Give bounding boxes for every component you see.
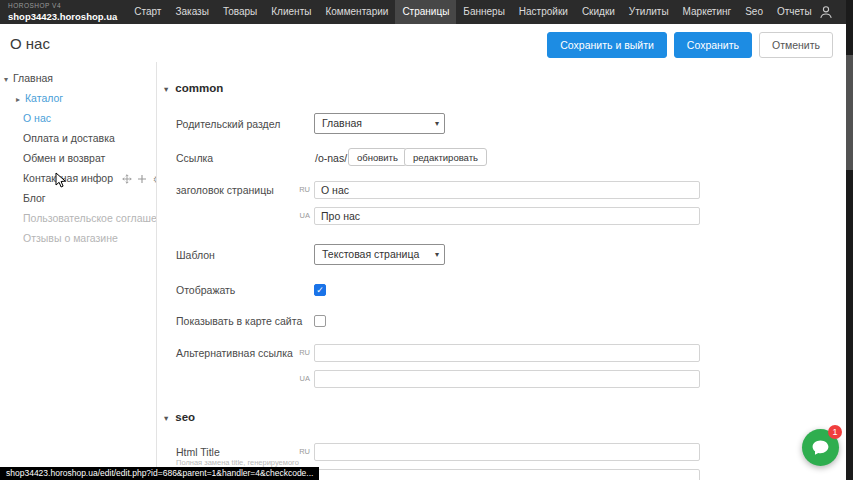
menu-item-marketing[interactable]: Маркетинг	[676, 0, 739, 24]
sidebar-item-label: О нас	[23, 112, 51, 124]
alt-link-ru-input[interactable]	[314, 344, 700, 362]
cancel-button[interactable]: Отменить	[759, 32, 833, 58]
parent-section-label: Родительский раздел	[176, 118, 280, 130]
move-icon[interactable]	[122, 174, 133, 185]
chevron-down-icon: ▾	[164, 84, 168, 94]
page-scrollbar-thumb[interactable]	[846, 55, 853, 170]
menu-item-pages[interactable]: Страницы	[395, 0, 456, 24]
sidebar-item-blog[interactable]: Блог	[0, 188, 156, 208]
sidebar-item-label: Обмен и возврат	[23, 152, 105, 164]
menu-item-settings[interactable]: Настройки	[512, 0, 575, 24]
alt-link-label: Альтернативная ссылка	[176, 347, 293, 359]
chat-widget-button[interactable]: 1	[802, 429, 839, 466]
chevron-down-icon: ▾	[164, 413, 168, 423]
lang-tag-ru: RU	[292, 447, 310, 456]
lang-tag-ua: UA	[292, 211, 310, 220]
link-value: /o-nas/	[315, 152, 347, 164]
menu-item-reports[interactable]: Отчеты	[770, 0, 819, 24]
chat-unread-badge: 1	[828, 425, 842, 439]
brand-version-label: HOROSHOP V4	[8, 3, 117, 10]
menu-item-orders[interactable]: Заказы	[168, 0, 215, 24]
sidebar-item-store-reviews[interactable]: Отзывы о магазине	[0, 228, 156, 248]
sidebar-item-home[interactable]: ▾Главная	[0, 68, 156, 88]
page-scrollbar-track[interactable]	[846, 0, 853, 480]
sidebar-item-contact-info[interactable]: Контактная инфор ⚙	[0, 168, 156, 188]
section-common-header[interactable]: ▾common	[164, 82, 223, 94]
save-button[interactable]: Сохранить	[674, 32, 752, 58]
header-buttons: Сохранить и выйти Сохранить Отменить	[547, 32, 833, 58]
page-title-label: заголовок страницы	[176, 184, 274, 196]
lang-tag-ua: UA	[292, 374, 310, 383]
page-title-ru-input[interactable]	[314, 181, 700, 199]
page-title: О нас	[10, 35, 50, 52]
link-edit-button[interactable]: редактировать	[404, 148, 487, 166]
lang-tag-ru: RU	[292, 348, 310, 357]
section-title: common	[175, 82, 223, 94]
settings-gear-icon[interactable]: ⚙	[152, 174, 156, 185]
account-icon[interactable]	[819, 5, 833, 19]
link-label: Ссылка	[176, 152, 213, 164]
pages-tree-sidebar: ▾Главная ▸Каталог О нас Оплата и доставк…	[0, 62, 157, 480]
sidebar-item-user-agreement[interactable]: Пользовательское соглашение	[0, 208, 156, 228]
html-title-label: Html Title	[176, 446, 220, 458]
menu-item-start[interactable]: Старт	[127, 0, 168, 24]
sidebar-item-label: Контактная инфор	[23, 172, 113, 184]
menu-item-discounts[interactable]: Скидки	[575, 0, 622, 24]
sidebar-item-label: Каталог	[25, 92, 63, 104]
html-title-hint: Полная замена title, генерируемого	[176, 458, 299, 467]
chevron-right-icon: ▸	[16, 90, 25, 108]
sidebar-item-about[interactable]: О нас	[0, 108, 156, 128]
sitemap-checkbox[interactable]	[314, 315, 326, 327]
admin-page: HOROSHOP V4 shop34423.horoshop.ua Старт …	[0, 0, 853, 480]
brand-logo[interactable]: HOROSHOP V4 shop34423.horoshop.ua	[0, 0, 127, 24]
sidebar-item-catalog[interactable]: ▸Каталог	[0, 88, 156, 108]
chevron-down-icon: ▾	[4, 70, 13, 88]
sidebar-item-exchange-return[interactable]: Обмен и возврат	[0, 148, 156, 168]
display-label: Отображать	[176, 284, 235, 296]
menu-item-comments[interactable]: Комментарии	[318, 0, 395, 24]
sitemap-label: Показывать в карте сайта	[176, 315, 302, 327]
chat-bubble-icon	[811, 438, 830, 457]
row-hover-icons: ⚙	[122, 174, 156, 185]
sidebar-item-label: Главная	[13, 72, 53, 84]
link-refresh-button[interactable]: обновить	[348, 148, 407, 166]
browser-status-bar: shop34423.horoshop.ua/edit/edit.php?id=6…	[0, 467, 319, 480]
menu-item-seo[interactable]: Seo	[738, 0, 770, 24]
parent-section-select[interactable]: Главная ▾	[314, 113, 445, 134]
display-checkbox[interactable]: ✓	[314, 284, 326, 296]
topbar: HOROSHOP V4 shop34423.horoshop.ua Старт …	[0, 0, 853, 24]
template-select[interactable]: Текстовая страница ▾	[314, 244, 445, 265]
parent-section-value: Главная	[322, 117, 362, 129]
sidebar-item-label: Отзывы о магазине	[23, 232, 118, 244]
sidebar-item-label: Оплата и доставка	[23, 132, 115, 144]
chevron-down-icon: ▾	[435, 114, 439, 133]
page-title-ua-input[interactable]	[314, 207, 700, 225]
sidebar-item-label: Пользовательское соглашение	[23, 212, 156, 224]
save-and-exit-button[interactable]: Сохранить и выйти	[547, 32, 667, 58]
menu-item-products[interactable]: Товары	[216, 0, 264, 24]
page-edit-form: ▾common Родительский раздел Главная ▾ Сс…	[158, 62, 846, 480]
template-value: Текстовая страница	[322, 248, 419, 260]
main-menu: Старт Заказы Товары Клиенты Комментарии …	[127, 0, 818, 24]
section-seo-header[interactable]: ▾seo	[164, 411, 195, 423]
html-title-ua-input[interactable]	[314, 469, 700, 480]
sidebar-item-payment-delivery[interactable]: Оплата и доставка	[0, 128, 156, 148]
html-title-ru-input[interactable]	[314, 443, 700, 461]
alt-link-ua-input[interactable]	[314, 370, 700, 388]
page-header: О нас Сохранить и выйти Сохранить Отмени…	[0, 24, 846, 62]
check-icon: ✓	[315, 285, 325, 296]
menu-item-utilities[interactable]: Утилиты	[622, 0, 676, 24]
sidebar-item-label: Блог	[23, 192, 46, 204]
add-page-icon[interactable]	[137, 174, 148, 185]
brand-domain-label: shop34423.horoshop.ua	[8, 12, 117, 22]
lang-tag-ru: RU	[292, 185, 310, 194]
section-title: seo	[175, 411, 195, 423]
template-label: Шаблон	[176, 249, 215, 261]
menu-item-banners[interactable]: Баннеры	[456, 0, 511, 24]
chevron-down-icon: ▾	[435, 245, 439, 264]
menu-item-clients[interactable]: Клиенты	[264, 0, 318, 24]
